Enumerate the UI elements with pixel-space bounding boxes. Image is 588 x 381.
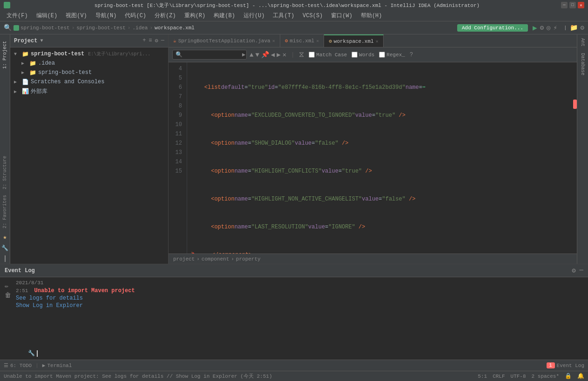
menu-edit[interactable]: 编辑(E) bbox=[33, 11, 61, 20]
error-badge[interactable]: 1 bbox=[547, 362, 555, 368]
menu-help[interactable]: 帮助(H) bbox=[357, 11, 386, 20]
tree-item-src[interactable]: ▶ 📁 spring-boot-test bbox=[10, 68, 168, 77]
search-filter-icon[interactable]: ⧖ bbox=[299, 50, 304, 59]
event-time: 2:51 bbox=[16, 288, 28, 294]
menu-navigate[interactable]: 导航(N) bbox=[92, 11, 121, 20]
status-breadcrumb: project › component › property bbox=[169, 254, 577, 264]
wrench-small-icon[interactable]: 🔧 bbox=[28, 350, 35, 357]
tree-item-external[interactable]: ▶ 📊 外部库 bbox=[10, 87, 168, 96]
collapse-all-icon[interactable]: ≡ bbox=[149, 37, 152, 44]
ant-label[interactable]: Ant bbox=[580, 36, 585, 48]
menu-refactor[interactable]: 重构(R) bbox=[181, 11, 210, 20]
code-line-6: <option name="SHOW_DIALOG" value="false"… bbox=[191, 139, 573, 148]
tree-item-root[interactable]: ▼ 📁 spring-boot-test E:\龙子\Library\spri.… bbox=[10, 49, 168, 59]
tree-item-scratches[interactable]: ▶ 📄 Scratches and Consoles bbox=[10, 77, 168, 87]
vcs-lock-icon[interactable]: 🔒 bbox=[565, 373, 572, 380]
tab-workspace-close[interactable]: ✕ bbox=[376, 39, 378, 44]
event-log-minimize-icon[interactable]: ─ bbox=[580, 267, 583, 274]
search-nav-next[interactable]: ▶ bbox=[277, 51, 280, 59]
code-content[interactable]: <list default="true" id="e87fff4e-816b-4… bbox=[187, 62, 577, 254]
tree-arrow-scratches: ▶ bbox=[14, 79, 20, 85]
event-log-button[interactable]: 1 Event Log bbox=[547, 362, 584, 368]
close-button[interactable]: ✕ bbox=[578, 2, 584, 8]
sidebar-project-label[interactable]: 1: Project bbox=[2, 38, 7, 72]
code-editor[interactable]: 4 5 6 7 8 9 10 11 12 13 14 15 <list defa… bbox=[169, 62, 577, 254]
run-icon[interactable]: ▶ bbox=[533, 23, 537, 33]
sidebar-structure-label[interactable]: 2: Structure bbox=[2, 153, 7, 192]
notifications-icon[interactable]: 🔔 bbox=[577, 373, 584, 380]
menu-tools[interactable]: 工具(T) bbox=[269, 11, 298, 20]
menu-code[interactable]: 代码(C) bbox=[121, 11, 150, 20]
search-nav-icon[interactable]: 🔍 bbox=[4, 24, 12, 32]
terminal-button[interactable]: ▶ Terminal bbox=[42, 362, 72, 368]
minimize-button[interactable]: ─ bbox=[561, 2, 568, 8]
event-delete-icon[interactable]: 🗑 bbox=[5, 292, 11, 299]
cursor-position[interactable]: 5:1 bbox=[478, 374, 487, 379]
regex-checkbox[interactable] bbox=[379, 52, 385, 58]
menu-vcs[interactable]: VCS(S) bbox=[299, 12, 326, 20]
cursor bbox=[37, 350, 38, 357]
tab-workspace[interactable]: ⚙ workspace.xml ✕ bbox=[324, 34, 383, 47]
tab-misc-close[interactable]: ✕ bbox=[316, 38, 319, 44]
match-case-checkbox[interactable] bbox=[309, 52, 315, 58]
search-pin-icon[interactable]: 📌 bbox=[261, 51, 269, 59]
breadcrumb-sep3: › bbox=[149, 25, 153, 31]
tab-misc[interactable]: ⚙ misc.xml ✕ bbox=[280, 34, 324, 47]
todo-button[interactable]: ☰ 6: TODO bbox=[4, 362, 32, 368]
run-coverage-icon[interactable]: ◎ bbox=[547, 24, 550, 32]
menu-window[interactable]: 窗口(W) bbox=[327, 11, 356, 20]
bottom-status-right: 1 Event Log bbox=[547, 362, 584, 368]
settings-icon[interactable]: ⚙ bbox=[581, 24, 584, 32]
search-input-wrap: 🔍 ▶ bbox=[172, 50, 247, 60]
maximize-button[interactable]: □ bbox=[569, 2, 576, 8]
project-structure-icon[interactable]: 📁 bbox=[570, 24, 578, 32]
breadcrumb-2[interactable]: spring-boot-test bbox=[76, 25, 126, 31]
breadcrumb-4[interactable]: workspace.xml bbox=[155, 25, 195, 31]
search-clear-icon[interactable]: ▶ bbox=[242, 51, 245, 58]
star-icon[interactable]: ★ bbox=[3, 231, 7, 243]
line-ending[interactable]: CRLF bbox=[493, 374, 505, 379]
menu-analyze[interactable]: 分析(Z) bbox=[151, 11, 180, 20]
tab-misc-label: misc.xml bbox=[290, 38, 314, 44]
panel-minimize-icon[interactable]: ─ bbox=[161, 37, 164, 44]
breadcrumb-3[interactable]: .idea bbox=[132, 25, 148, 31]
match-case-option[interactable]: Match Case bbox=[309, 52, 347, 58]
panel-settings-icon[interactable]: ⚙ bbox=[155, 37, 158, 44]
indent[interactable]: 2 spaces* bbox=[532, 374, 559, 379]
tab-java-close[interactable]: ✕ bbox=[272, 38, 275, 44]
tree-arrow-external: ▶ bbox=[14, 89, 20, 94]
search-nav-prev[interactable]: ◀ bbox=[271, 51, 275, 59]
app-icon bbox=[4, 2, 10, 8]
event-log-settings-icon[interactable]: ⚙ bbox=[572, 267, 575, 274]
search-help-icon[interactable]: ? bbox=[410, 52, 413, 58]
menu-build[interactable]: 构建(B) bbox=[210, 11, 239, 20]
menu-run[interactable]: 运行(U) bbox=[240, 11, 269, 20]
tab-java[interactable]: ☕ SpringBootTestApplication.java ✕ bbox=[169, 34, 280, 47]
debug-icon[interactable]: ⚙ bbox=[540, 24, 544, 32]
see-logs-link[interactable]: See logs for details bbox=[16, 295, 583, 301]
menu-view[interactable]: 视图(V) bbox=[62, 11, 91, 20]
words-checkbox[interactable] bbox=[351, 52, 358, 58]
search-up-button[interactable]: ▲ bbox=[250, 51, 253, 59]
sidebar-favorites-label[interactable]: 2: Favorites bbox=[2, 192, 7, 231]
encoding[interactable]: UTF-8 bbox=[511, 374, 526, 379]
event-edit-icon[interactable]: ✏ bbox=[5, 282, 11, 290]
java-tab-icon: ☕ bbox=[173, 38, 176, 44]
tree-item-idea[interactable]: ▶ 📁 .idea bbox=[10, 59, 168, 68]
search-down-button[interactable]: ▼ bbox=[255, 51, 259, 59]
more-run-icon[interactable]: ⚡ bbox=[554, 24, 557, 32]
database-label[interactable]: Database bbox=[580, 51, 585, 77]
search-input[interactable] bbox=[184, 52, 240, 58]
editor-area: ☕ SpringBootTestApplication.java ✕ ⚙ mis… bbox=[169, 34, 577, 264]
add-configuration-button[interactable]: Add Configuration... bbox=[457, 24, 528, 32]
search-close-icon[interactable]: ✕ bbox=[283, 51, 286, 59]
wrench-icon[interactable]: 🔧 bbox=[1, 243, 8, 254]
add-file-icon[interactable]: + bbox=[142, 37, 146, 44]
words-option[interactable]: Words bbox=[351, 52, 374, 58]
show-log-in-explorer-link[interactable]: Show Log in Explorer bbox=[16, 302, 583, 309]
menu-file[interactable]: 文件(F) bbox=[3, 11, 32, 20]
breadcrumb: spring-boot-test › spring-boot-test › .i… bbox=[14, 25, 195, 31]
regex-option[interactable]: Regex_ bbox=[379, 52, 405, 58]
breadcrumb-root[interactable]: spring-boot-test bbox=[14, 25, 70, 31]
project-panel-dropdown[interactable]: ▼ bbox=[40, 38, 43, 43]
